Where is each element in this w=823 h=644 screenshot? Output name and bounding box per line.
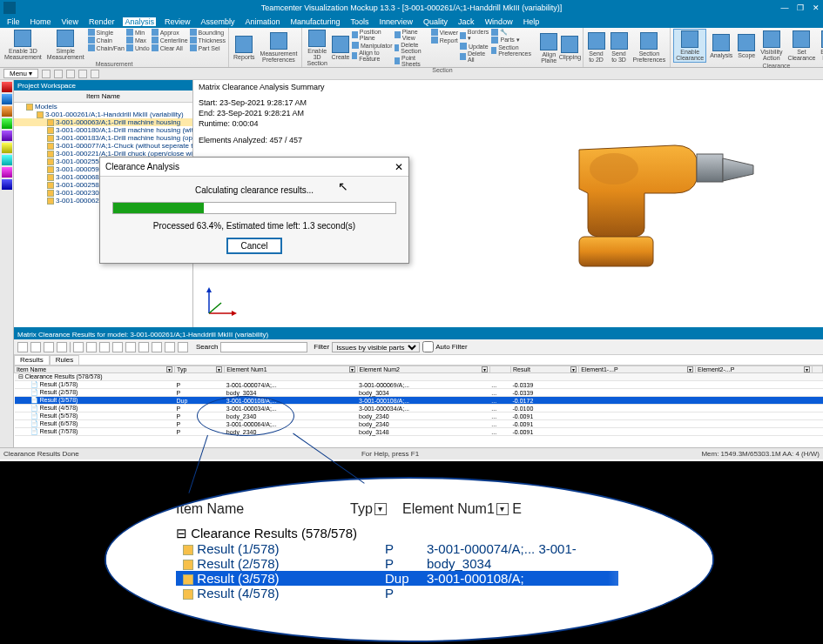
ribbon-small[interactable]: 🔧 (491, 29, 537, 36)
qat-btn[interactable] (54, 70, 63, 78)
result-row[interactable]: 📄 Result (5/578)Pbody_2340body_2340...-0… (15, 413, 823, 420)
autofilter-check[interactable]: Auto Filter (422, 341, 467, 352)
tool-icon[interactable] (2, 167, 12, 178)
ribbon-small[interactable]: Parts ▾ (491, 37, 537, 44)
ribbon-mpref[interactable]: MeasurementPreferences (259, 29, 300, 66)
menu-tools[interactable]: Tools (349, 17, 371, 26)
ribbon-small[interactable]: Delete All (460, 50, 490, 63)
ribbon-small[interactable]: Undo (126, 44, 150, 51)
ribbon-small[interactable]: Bounding (190, 29, 226, 36)
ribbon-s3d[interactable]: Sendto 3D (609, 29, 630, 66)
toolbar-icon[interactable] (152, 342, 162, 352)
qat-menu[interactable]: Menu ▾ (3, 69, 38, 78)
ribbon-small[interactable]: Point Sheets (395, 55, 429, 67)
ribbon-enrules[interactable]: EnableRules (819, 29, 823, 63)
ribbon-small[interactable]: Approx (152, 29, 188, 36)
menu-analysis[interactable]: Analysis (123, 17, 156, 26)
menu-help[interactable]: Help (522, 17, 542, 26)
ribbon-small[interactable]: Thickness (190, 37, 226, 44)
tree-node[interactable]: 3-001-000063/A;1-Drill machine housing (14, 118, 192, 126)
menu-file[interactable]: File (5, 17, 22, 26)
tree-node[interactable]: 3-001-000180/A;1-Drill machine housing (… (14, 126, 192, 134)
toolbar-icon[interactable] (86, 342, 97, 352)
ribbon-enclr[interactable]: EnableClearance (673, 29, 706, 63)
menu-view[interactable]: View (60, 17, 80, 26)
toolbar-icon[interactable] (112, 342, 123, 352)
ribbon-small[interactable]: Single (88, 29, 125, 36)
qat-btn[interactable] (42, 70, 51, 78)
tool-icon[interactable] (2, 131, 12, 141)
menu-assembly[interactable]: Assembly (199, 17, 236, 26)
result-row[interactable]: 📄 Result (6/578)P3-001-000064/A;...body_… (15, 420, 823, 428)
ribbon-small[interactable]: Delete Section (395, 42, 429, 54)
ribbon-small[interactable]: Max (126, 37, 150, 44)
toolbar-icon[interactable] (178, 342, 188, 352)
ribbon-small[interactable]: Chain (88, 37, 125, 44)
cancel-button[interactable]: Cancel (226, 238, 281, 254)
ribbon-reports[interactable]: Reports (232, 29, 257, 66)
minimize-button[interactable]: — (779, 3, 790, 12)
toolbar-icon[interactable] (138, 342, 149, 352)
ribbon-small[interactable]: Plane View (395, 29, 429, 41)
ribbon-small[interactable]: Viewer (431, 29, 458, 36)
tree-node[interactable]: 3-001-000077/A;1-Chuck (without seperate… (14, 142, 192, 150)
ribbon-small[interactable]: Align to Feature (352, 50, 393, 62)
ribbon-sec3d[interactable]: Enable 3DSection (305, 29, 329, 67)
toolbar-icon[interactable] (30, 342, 41, 352)
tree-node[interactable]: 3-001-000183/A;1-Drill machine housing (… (14, 134, 192, 142)
toolbar-icon[interactable] (57, 342, 67, 352)
toolbar-icon[interactable] (44, 342, 54, 352)
ribbon-small[interactable]: Min (126, 29, 150, 36)
tool-icon[interactable] (2, 143, 12, 153)
tree-node[interactable]: 3-001-000261/A;1-Handdrill MkIII (variab… (14, 111, 192, 118)
menu-home[interactable]: Home (29, 17, 53, 26)
menu-animation[interactable]: Animation (243, 17, 281, 26)
toolbar-icon[interactable] (17, 342, 28, 352)
result-row[interactable]: 📄 Result (2/578)Pbody_3034body_3034...-0… (15, 389, 823, 397)
close-icon[interactable]: ✕ (395, 161, 403, 173)
results-table[interactable]: Item Name ▾Typ ▾Element Num1 ▾Element Nu… (14, 366, 823, 447)
tool-icon[interactable] (2, 155, 12, 165)
result-row[interactable]: 📄 Result (4/578)P3-001-000034/A;...3-001… (15, 405, 823, 413)
qat-btn[interactable] (66, 70, 75, 78)
result-row[interactable]: 📄 Result (3/578)Dup3-001-000108/A;...3-0… (15, 397, 823, 405)
toolbar-icon[interactable] (165, 342, 175, 352)
ribbon-clip[interactable]: Clipping (560, 29, 579, 67)
tool-icon[interactable] (2, 118, 12, 129)
tool-icon[interactable] (2, 106, 12, 117)
menu-jack[interactable]: Jack (456, 17, 476, 26)
ribbon-setclr[interactable]: SetClearance (786, 29, 817, 63)
qat-btn[interactable] (91, 70, 99, 78)
ribbon-small[interactable]: Manipulator (352, 42, 393, 49)
ribbon-small[interactable]: Position Plane (352, 29, 393, 41)
ribbon-analysis[interactable]: Analysis (708, 29, 734, 63)
result-row[interactable]: 📄 Result (7/578)Pbody_2340body_3148...-0… (15, 428, 823, 436)
ribbon-create[interactable]: Create (331, 29, 350, 67)
menu-manufacturing[interactable]: Manufacturing (289, 17, 342, 26)
ribbon-small[interactable]: Report (431, 37, 458, 44)
tool-icon[interactable] (2, 179, 12, 190)
restore-button[interactable]: ❐ (795, 3, 806, 12)
ribbon-secpref[interactable]: SectionPreferences (631, 29, 668, 66)
close-button[interactable]: ✕ (811, 3, 821, 12)
ribbon-small[interactable]: Clear All (152, 44, 188, 51)
tab-rules[interactable]: Rules (50, 355, 79, 365)
tab-results[interactable]: Results (14, 355, 50, 365)
toolbar-icon[interactable] (73, 342, 84, 352)
filter-select[interactable]: Issues by visible parts (332, 342, 420, 352)
result-row[interactable]: 📄 Result (1/578)P3-001-000074/A;...3-001… (15, 381, 823, 389)
menu-review[interactable]: Review (163, 17, 192, 26)
ribbon-small[interactable]: Borders ▾ (460, 29, 490, 42)
tool-icon[interactable] (2, 82, 12, 92)
ribbon-scope[interactable]: Scope (736, 29, 757, 63)
menu-window[interactable]: Window (483, 17, 515, 26)
menu-quality[interactable]: Quality (422, 17, 449, 26)
search-input[interactable] (220, 342, 307, 352)
ribbon-s2d[interactable]: Sendto 2D (586, 29, 607, 66)
ribbon-small[interactable]: Centerline (152, 37, 188, 44)
ribbon-enable3d[interactable]: Enable 3DMeasurement (3, 29, 44, 61)
toolbar-icon[interactable] (125, 342, 136, 352)
toolbar-icon[interactable] (99, 342, 110, 352)
qat-btn[interactable] (78, 70, 87, 78)
ribbon-small[interactable]: Chain/Fan (88, 44, 125, 51)
